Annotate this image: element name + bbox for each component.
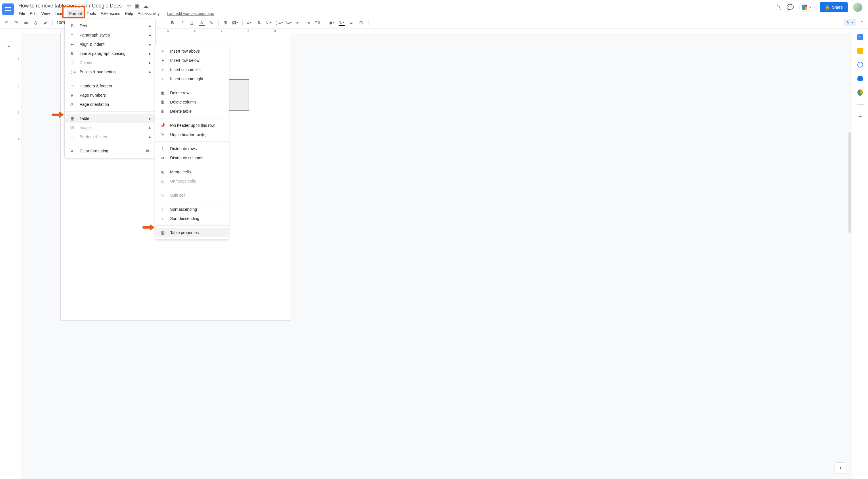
format-spacing-item[interactable]: ⇅Line & paragraph spacing▶	[65, 49, 155, 58]
format-page-numbers-item[interactable]: #Page numbers	[65, 91, 155, 100]
insert-link-button[interactable]: ⊞	[222, 19, 230, 27]
menu-extensions[interactable]: Extensions	[99, 10, 122, 17]
redo-button[interactable]: ↷	[12, 19, 20, 27]
highlight-button[interactable]: ✎	[208, 19, 216, 27]
format-align-item[interactable]: ⇤Align & indent▶	[65, 40, 155, 49]
format-table-item[interactable]: ▦Table▶	[65, 114, 155, 123]
editing-mode-button[interactable]: ✎	[844, 19, 856, 26]
format-bullets-item[interactable]: ⋮≡Bullets & numbering▶	[65, 67, 155, 77]
menu-accessibility[interactable]: Accessibility	[136, 10, 161, 17]
move-icon[interactable]: ▣	[135, 3, 140, 9]
tasks-icon[interactable]	[857, 62, 863, 67]
format-text-item[interactable]: BText▶	[65, 21, 155, 30]
menu-help[interactable]: Help	[123, 10, 135, 17]
last-edit-link[interactable]: Last edit was seconds ago	[167, 11, 214, 16]
meet-button[interactable]	[799, 3, 814, 11]
ruler-tick: 8	[247, 28, 249, 33]
collapse-toolbar-button[interactable]: ⌃	[858, 19, 866, 27]
scrollbar-thumb[interactable]	[848, 132, 851, 233]
vertical-ruler[interactable]: 1 2 3 4	[17, 33, 22, 479]
menu-view[interactable]: View	[39, 10, 52, 17]
insert-image-button[interactable]: 🖼	[231, 19, 240, 27]
numbered-list-button[interactable]: 1≡	[284, 19, 292, 27]
avatar[interactable]	[853, 3, 862, 12]
insert-row-below-item[interactable]: +Insert row below	[155, 56, 229, 65]
keep-icon[interactable]	[857, 48, 863, 54]
contacts-icon[interactable]	[857, 76, 863, 81]
format-paragraph-item[interactable]: ≡Paragraph styles▶	[65, 30, 155, 40]
ruler-tick: 1	[18, 58, 20, 61]
merge-cells-item[interactable]: ⊞Merge cells	[155, 167, 229, 177]
menu-format[interactable]: Format	[67, 10, 84, 17]
text-color-button[interactable]: A	[198, 19, 206, 27]
line-spacing-button[interactable]: ⇅	[255, 19, 263, 27]
delete-column-item[interactable]: 🗑Delete column	[155, 97, 229, 107]
menu-file[interactable]: File	[17, 10, 27, 17]
format-image-item[interactable]: 🖼Image▶	[65, 123, 155, 132]
submenu-arrow-icon: ▶	[149, 136, 151, 139]
undo-button[interactable]: ↶	[2, 19, 10, 27]
split-cell-item[interactable]: ⊹Split cell	[155, 191, 229, 200]
comments-icon[interactable]: 💬	[787, 4, 794, 11]
spellcheck-button[interactable]: A̱	[32, 19, 40, 27]
submenu-arrow-icon: ▶	[149, 70, 151, 73]
sort-asc-item[interactable]: ↑Sort ascending	[155, 205, 229, 214]
outline-toggle-icon[interactable]: ≡	[4, 41, 13, 50]
decrease-indent-button[interactable]: ⇤	[294, 19, 302, 27]
meet-icon	[802, 5, 807, 10]
trash-icon: 🗑	[160, 109, 165, 114]
toolbar-separator	[242, 20, 243, 26]
maps-icon[interactable]	[856, 88, 864, 96]
share-button[interactable]: 🔒 Share	[820, 2, 848, 12]
insert-col-left-item[interactable]: +Insert column left	[155, 65, 229, 74]
docs-logo-icon[interactable]	[2, 3, 14, 15]
table-submenu-dropdown: +Insert row above +Insert row below +Ins…	[155, 44, 229, 239]
bold-button[interactable]: B	[168, 19, 177, 27]
border-width-button[interactable]: ≡	[347, 19, 355, 27]
ruler-tick: 3	[18, 111, 20, 114]
menu-separator	[65, 144, 155, 144]
increase-indent-button[interactable]: ⇥	[304, 19, 312, 27]
pin-header-item[interactable]: 📌Pin header up to this row	[155, 121, 229, 130]
border-color-button[interactable]: ✎	[338, 19, 346, 27]
format-clear-item[interactable]: ✗Clear formatting⌘\	[65, 146, 155, 155]
clear-format-button[interactable]: T✗	[314, 19, 322, 27]
bullets-icon: ⋮≡	[69, 69, 75, 74]
format-orientation-item[interactable]: ⟳Page orientation	[65, 100, 155, 109]
unpin-header-item[interactable]: ⇲Unpin header row(s)	[155, 130, 229, 139]
menu-edit[interactable]: Edit	[28, 10, 39, 17]
ruler-tick: 9	[274, 28, 276, 33]
document-title[interactable]: How to remove table borders in Google Do…	[17, 2, 123, 9]
format-columns-item[interactable]: ⊞Columns▶	[65, 58, 155, 67]
menu-tools[interactable]: Tools	[85, 10, 98, 17]
align-button[interactable]: ≡	[245, 19, 253, 27]
fill-color-button[interactable]: ◆	[328, 19, 336, 27]
bullet-list-button[interactable]: ⋮≡	[275, 19, 283, 27]
insert-row-above-item[interactable]: +Insert row above	[155, 47, 229, 56]
add-on-icon[interactable]: +	[857, 114, 863, 120]
image-icon: 🖼	[69, 125, 75, 130]
explore-button[interactable]: ✦	[835, 462, 846, 474]
print-button[interactable]: 🖶	[22, 19, 30, 27]
format-headers-item[interactable]: ▭Headers & footers	[65, 81, 155, 91]
sort-desc-item[interactable]: ↓Sort descending	[155, 214, 229, 223]
distribute-cols-item[interactable]: ⇔Distribute columns	[155, 153, 229, 162]
cloud-icon[interactable]: ☁	[143, 3, 148, 9]
delete-table-item[interactable]: 🗑Delete table	[155, 107, 229, 116]
star-icon[interactable]: ☆	[127, 3, 131, 9]
calendar-icon[interactable]: 31	[857, 34, 863, 40]
underline-button[interactable]: U	[188, 19, 196, 27]
table-properties-item[interactable]: ▦Table properties	[155, 228, 229, 237]
italic-button[interactable]: I	[178, 19, 186, 27]
menu-insert[interactable]: Insert	[53, 10, 67, 17]
delete-row-item[interactable]: 🗑Delete row	[155, 88, 229, 97]
paint-format-button[interactable]: 🖌	[41, 19, 50, 27]
distribute-rows-item[interactable]: ⇕Distribute rows	[155, 144, 229, 153]
more-button[interactable]: ⋯	[371, 19, 379, 27]
activity-icon[interactable]: 〽	[776, 4, 781, 11]
unmerge-cells-item[interactable]: ⊟Unmerge cells	[155, 177, 229, 186]
checklist-button[interactable]: ☑	[265, 19, 273, 27]
border-dash-button[interactable]: ⊟	[357, 19, 365, 27]
insert-col-right-item[interactable]: +Insert column right	[155, 74, 229, 83]
format-borders-item[interactable]: —Borders & lines▶	[65, 132, 155, 142]
